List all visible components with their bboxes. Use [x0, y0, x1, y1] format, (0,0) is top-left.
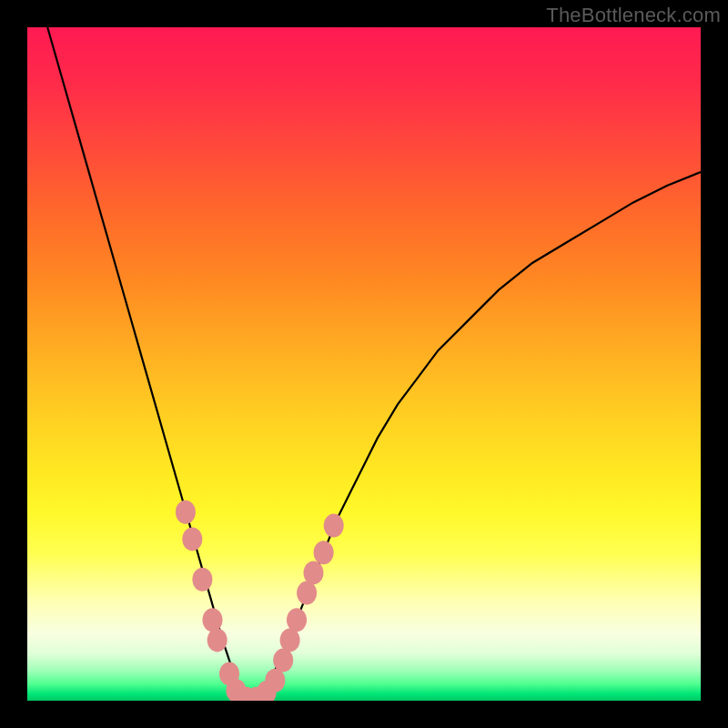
data-marker: [324, 514, 344, 538]
bottleneck-curve: [47, 27, 701, 701]
watermark-text: TheBottleneck.com: [546, 4, 721, 27]
data-marker: [314, 541, 334, 564]
data-marker: [287, 608, 307, 632]
data-marker: [203, 608, 223, 632]
data-marker: [280, 628, 300, 652]
data-marker: [176, 500, 196, 524]
data-marker: [207, 628, 228, 652]
data-marker: [297, 581, 317, 605]
data-marker: [265, 669, 285, 693]
data-marker: [273, 649, 293, 672]
chart-svg: [27, 27, 701, 701]
data-marker: [192, 568, 212, 592]
data-marker: [182, 527, 202, 551]
plot-area: [27, 27, 701, 701]
chart-frame: TheBottleneck.com: [0, 0, 728, 728]
data-marker: [304, 561, 324, 584]
